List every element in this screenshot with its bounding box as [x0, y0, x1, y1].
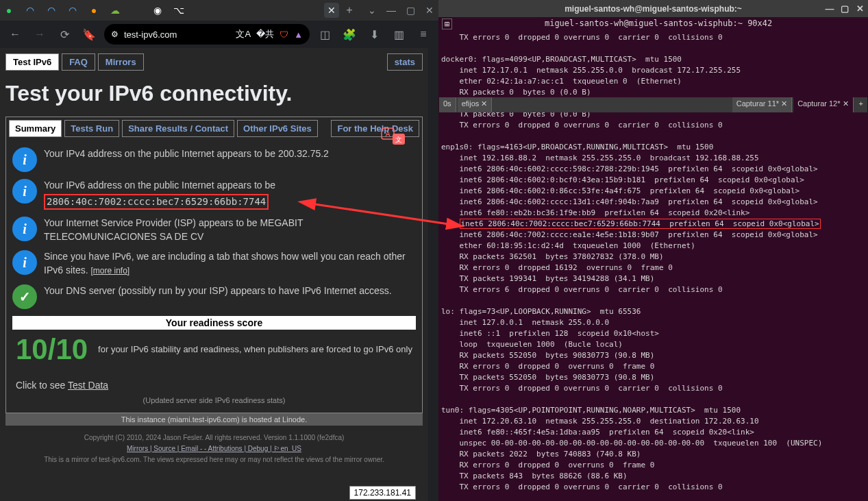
ip-badge: 172.233.181.41 — [349, 486, 416, 500]
window-close[interactable]: ✕ — [424, 5, 435, 16]
info-ipv6-tab: i Since you have IPv6, we are including … — [12, 250, 416, 277]
blank-icon[interactable] — [131, 5, 142, 16]
terminal-window: miguel-santos-wh@miguel-santos-wisphub:~… — [438, 0, 868, 501]
subtab-other-sites[interactable]: Other IPv6 Sites — [237, 120, 318, 137]
panda-icon[interactable]: ◉ — [152, 5, 163, 16]
nav-reload[interactable]: ⟳ — [55, 25, 74, 44]
term-close[interactable]: ✕ — [855, 4, 865, 14]
extensions-icon[interactable]: 🧩 — [340, 25, 359, 44]
test-data-line: Click to see Test Data — [16, 380, 412, 391]
github-icon[interactable]: ⌥ — [173, 5, 184, 16]
readiness-score: 10/10 — [16, 333, 88, 366]
browser-nav-bar: ← → ⟳ 🔖 ⚙ test-ipv6.com 文A �共 🛡 ▲ ◫ 🧩 ⬇ … — [0, 21, 438, 48]
tab-test-ipv6[interactable]: Test IPv6 — [5, 53, 59, 71]
sub-tabs: Summary Tests Run Share Results / Contac… — [9, 120, 419, 137]
nav-back[interactable]: ← — [5, 25, 25, 44]
info-icon: i — [12, 147, 37, 172]
url-bar[interactable]: ⚙ test-ipv6.com 文A �共 🛡 ▲ — [104, 24, 310, 45]
site-settings-icon[interactable]: ⚙ — [111, 29, 119, 39]
score-row: 10/10 for your IPv6 stability and readin… — [12, 330, 416, 369]
tab-stats[interactable]: stats — [387, 53, 423, 71]
check-icon: ✓ — [12, 284, 37, 309]
page-tabs: Test IPv6 FAQ Mirrors stats — [5, 53, 423, 71]
nav-forward[interactable]: → — [30, 25, 49, 44]
page-footer: Copyright (C) 2010, 2024 Jason Fesler. A… — [5, 432, 423, 479]
whatsapp-icon[interactable]: ● — [3, 5, 14, 16]
nav-bookmark[interactable]: 🔖 — [79, 25, 99, 44]
tab-faq[interactable]: FAQ — [62, 53, 95, 71]
tab-new-button[interactable]: + — [343, 3, 356, 17]
term-tab-new[interactable]: + — [855, 97, 867, 112]
updated-note: (Updated server side IPv6 readiness stat… — [12, 394, 416, 406]
term-tab[interactable]: 0s — [439, 97, 456, 112]
url-text: test-ipv6.com — [124, 29, 177, 40]
more-info-link[interactable]: [more info] — [90, 266, 129, 276]
term-tab-active[interactable]: Capturar 12* ✕ — [793, 97, 853, 112]
info-icon: i — [12, 217, 37, 241]
term-tab[interactable]: efijos ✕ — [458, 97, 493, 112]
wifi-icon-2[interactable]: ◠ — [46, 5, 57, 16]
wifi-icon[interactable]: ◠ — [25, 5, 36, 16]
term-tab[interactable]: Capturar 11* ✕ — [732, 97, 792, 112]
browser-window: ● ◠ ◠ ◠ ● ☁ ◉ ⌥ ✕ + ⌄ — ▢ ✕ ← → ⟳ 🔖 ⚙ te… — [0, 0, 438, 501]
term-maximize[interactable]: ▢ — [840, 4, 850, 14]
share-icon[interactable]: �共 — [256, 28, 274, 40]
translate-icon[interactable]: 文A — [236, 28, 251, 40]
translate-widget-icon[interactable]: A文 — [380, 127, 408, 147]
bat-icon[interactable]: ▲ — [294, 29, 303, 40]
window-minimize[interactable]: — — [386, 5, 397, 16]
term-minimize[interactable]: — — [825, 4, 834, 14]
subtab-share[interactable]: Share Results / Contact — [122, 120, 234, 137]
toolbar-app-icon[interactable]: ◫ — [315, 25, 334, 44]
info-dns: ✓ Your DNS server (possibly run by your … — [12, 284, 416, 309]
info-ipv6: i Your IPv6 address on the public Intern… — [12, 179, 416, 210]
info-icon: i — [12, 250, 37, 275]
readiness-header: Your readiness score — [12, 316, 416, 330]
test-data-link[interactable]: Test Data — [68, 380, 108, 391]
wifi-icon-3[interactable]: ◠ — [67, 5, 78, 16]
browser-titlebar: ● ◠ ◠ ◠ ● ☁ ◉ ⌥ ✕ + ⌄ — ▢ ✕ — [0, 0, 438, 21]
cloud-icon[interactable]: ☁ — [110, 5, 121, 16]
info-ipv4: i Your IPv4 address on the public Intern… — [12, 147, 416, 172]
page-title: Test your IPv6 connectivity. — [5, 81, 423, 106]
subtab-tests-run[interactable]: Tests Run — [64, 120, 119, 137]
ipv6-address-highlight: 2806:40c:7002:cccc:bec7:6529:66bb:7744 — [44, 194, 269, 210]
terminal-tab-strip: 0s efijos ✕ Capturar 11* ✕ Capturar 12* … — [439, 97, 867, 112]
terminal-titlebar: miguel-santos-wh@miguel-santos-wisphub:~… — [438, 0, 868, 17]
terminal-size-line: ⊞ miguel-santos-wh@miguel-santos-wisphub… — [438, 17, 868, 29]
svg-text:文: 文 — [395, 136, 402, 143]
brave-shield-icon[interactable]: 🛡 — [280, 29, 288, 40]
subtab-summary[interactable]: Summary — [9, 120, 62, 137]
linode-host-line: This instance (miami.test-ipv6.com) is h… — [5, 413, 423, 426]
menu-icon[interactable]: ≡ — [414, 25, 433, 44]
score-description: for your IPv6 stability and readiness, w… — [98, 344, 412, 354]
footer-links[interactable]: Mirrors | Source | Email - - Attribution… — [127, 445, 301, 452]
downloads-icon[interactable]: ⬇ — [364, 25, 384, 44]
tab-mirrors[interactable]: Mirrors — [98, 53, 144, 71]
window-maximize[interactable]: ▢ — [405, 5, 416, 16]
firefox-icon[interactable]: ● — [88, 5, 99, 16]
terminal-grid-icon[interactable]: ⊞ — [442, 19, 452, 29]
titlebar-app-icons: ● ◠ ◠ ◠ ● ☁ ◉ ⌥ — [3, 5, 184, 16]
info-list: i Your IPv4 address on the public Intern… — [9, 144, 419, 410]
info-icon: i — [12, 179, 37, 204]
sidepanel-icon[interactable]: ▥ — [389, 25, 408, 44]
summary-box: Summary Tests Run Share Results / Contac… — [5, 117, 423, 413]
window-dropdown[interactable]: ⌄ — [367, 5, 377, 16]
info-isp: i Your Internet Service Provider (ISP) a… — [12, 217, 416, 243]
svg-text:A: A — [386, 130, 390, 138]
page-content: Test IPv6 FAQ Mirrors stats A文 Test your… — [0, 48, 428, 501]
tab-close-button[interactable]: ✕ — [324, 3, 339, 18]
